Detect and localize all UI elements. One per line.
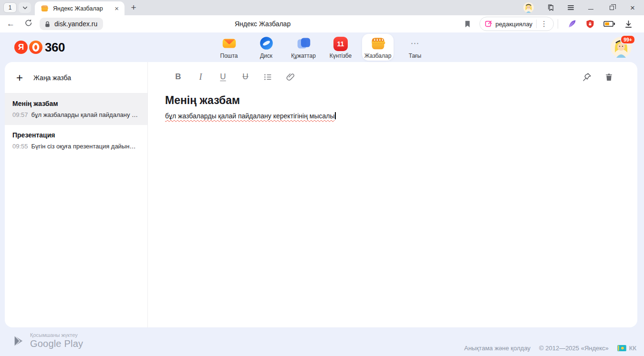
tabs-dropdown-button[interactable] (19, 2, 31, 13)
battery-icon (603, 20, 615, 28)
address-bar: ← disk.yandex.ru Яндекс Жазбалар редакци… (0, 15, 644, 32)
url-field[interactable]: disk.yandex.ru (40, 18, 103, 30)
note-title-field[interactable]: Менің жазбам (165, 94, 637, 107)
notes-app-card: + Жаңа жазба Менің жазбам 09:57 бұл жазб… (5, 62, 637, 327)
browser-profile-avatar[interactable] (523, 2, 534, 13)
language-switcher[interactable]: КК (617, 345, 636, 352)
app-more[interactable]: ⋯ Тағы (399, 34, 431, 61)
app-calendar[interactable]: 11 Күнтізбе (325, 34, 356, 61)
edit-pencil-icon (485, 20, 492, 28)
chevron-down-icon (21, 4, 29, 11)
reload-button[interactable] (20, 19, 38, 30)
copyright-text: © 2012—2025 «Яндекс» (539, 345, 609, 352)
app-disk[interactable]: Диск (250, 34, 282, 61)
bookmark-icon (463, 20, 472, 28)
google-play-icon (12, 335, 25, 347)
tab-groups-icon[interactable] (546, 3, 555, 12)
note-body-text: бұл жазбаларды қалай пайдалану керектігі… (165, 112, 334, 120)
mail-icon (221, 35, 237, 51)
more-apps-icon: ⋯ (411, 35, 420, 51)
plus-icon: + (16, 72, 23, 84)
new-tab-button[interactable]: + (127, 1, 140, 14)
edit-pill-label: редакциялау (495, 21, 532, 28)
notifications-badge: 99+ (620, 35, 635, 44)
lock-icon (43, 20, 52, 28)
more-vertical-icon[interactable]: ⋮ (537, 20, 551, 28)
disk-icon (259, 35, 274, 51)
app-documents[interactable]: Құжаттар (288, 34, 319, 61)
help-support-link[interactable]: Анықтама және қолдау (464, 345, 530, 352)
google-play-label: Google Play (30, 338, 83, 349)
yandex360-header: Я 360 Пошта Диск Құжаттар 11 Күнтіз (0, 32, 644, 62)
language-code: КК (629, 345, 636, 352)
tab-close-icon[interactable]: × (113, 4, 121, 13)
feather-icon (567, 19, 577, 29)
back-button[interactable]: ← (0, 19, 20, 29)
browser-tab-active[interactable]: Яндекс Жазбалар × (35, 1, 125, 15)
shield-lock-icon (585, 19, 595, 29)
note-list-item[interactable]: Менің жазбам 09:57 бұл жазбаларды қалай … (5, 94, 147, 125)
protect-shield-button[interactable] (581, 19, 599, 29)
notes-favicon-icon (41, 4, 49, 12)
paperclip-icon (286, 72, 295, 82)
tab-count-badge[interactable]: 1 (3, 2, 17, 13)
pin-note-button[interactable] (579, 69, 594, 85)
app-mail[interactable]: Пошта (213, 34, 245, 61)
window-restore-button[interactable] (607, 3, 616, 12)
bookmark-button[interactable] (458, 20, 477, 28)
yandex360-o-icon (29, 41, 42, 54)
yandex-ya-icon: Я (14, 41, 28, 54)
new-note-button[interactable]: + Жаңа жазба (5, 62, 147, 94)
google-play-link[interactable]: Қосымшаны жүктеу Google Play (12, 332, 83, 349)
notes-sidebar: + Жаңа жазба Менің жазбам 09:57 бұл жазб… (5, 62, 148, 327)
app-notes[interactable]: Жазбалар (362, 34, 394, 61)
bold-button[interactable]: B (167, 69, 189, 85)
pin-icon (582, 72, 592, 82)
reload-icon (24, 19, 33, 27)
note-list-item[interactable]: Презентация 09:55 Бүгін сіз оқуға презен… (5, 125, 147, 157)
attach-button[interactable] (279, 69, 301, 85)
download-icon (624, 20, 633, 29)
tab-title: Яндекс Жазбалар (53, 5, 113, 12)
page-footer: Қосымшаны жүктеу Google Play Анықтама жә… (0, 327, 644, 356)
omnibox-page-title: Яндекс Жазбалар (235, 15, 291, 32)
calendar-icon: 11 (333, 37, 348, 51)
bullet-list-button[interactable] (257, 69, 279, 85)
note-editor: B I U U Менің жаз (148, 62, 637, 327)
note-snippet: Бүгін сіз оқуға презентация дайында... (31, 143, 139, 150)
text-caret (335, 112, 336, 119)
strikethrough-button[interactable]: U (234, 69, 257, 85)
bullet-list-icon (263, 72, 273, 82)
screen: 1 Яндекс Жазбалар × + × ← disk.yandex.ru (0, 0, 644, 356)
window-controls: × (523, 2, 644, 13)
underline-button[interactable]: U (212, 69, 234, 85)
window-minimize-button[interactable] (586, 3, 595, 12)
edit-mode-pill[interactable]: редакциялау ⋮ (479, 17, 554, 31)
browser-menu-icon[interactable] (568, 5, 574, 10)
documents-icon (296, 35, 312, 51)
google-play-caption: Қосымшаны жүктеу (30, 332, 83, 338)
battery-saver-button[interactable] (599, 20, 620, 28)
kazakhstan-flag-icon (617, 345, 626, 351)
toolbar-divider (558, 19, 558, 29)
services-nav: Пошта Диск Құжаттар 11 Күнтізбе Жазбалар… (213, 32, 431, 62)
extension-feather-button[interactable] (563, 19, 581, 29)
note-time: 09:57 (12, 111, 28, 118)
window-close-icon: × (630, 4, 635, 12)
logo-360-text: 360 (45, 40, 65, 55)
browser-tab-bar: 1 Яндекс Жазбалар × + × (0, 0, 644, 15)
trash-icon (604, 73, 613, 82)
yandex360-logo[interactable]: Я 360 (14, 40, 65, 55)
editor-toolbar: B I U U (148, 62, 637, 92)
notes-icon (370, 35, 386, 51)
note-snippet: бұл жазбаларды қалай пайдалану ке... (31, 111, 139, 118)
italic-button[interactable]: I (189, 69, 212, 85)
note-body-field[interactable]: бұл жазбаларды қалай пайдалану керектігі… (148, 112, 637, 120)
note-time: 09:55 (12, 143, 28, 150)
downloads-button[interactable] (620, 20, 637, 29)
window-close-button[interactable]: × (628, 3, 637, 12)
delete-note-button[interactable] (601, 69, 616, 85)
address-bar-actions: редакциялау ⋮ (458, 17, 644, 31)
profile-avatar[interactable]: 99+ (611, 37, 632, 58)
url-text: disk.yandex.ru (54, 20, 97, 28)
